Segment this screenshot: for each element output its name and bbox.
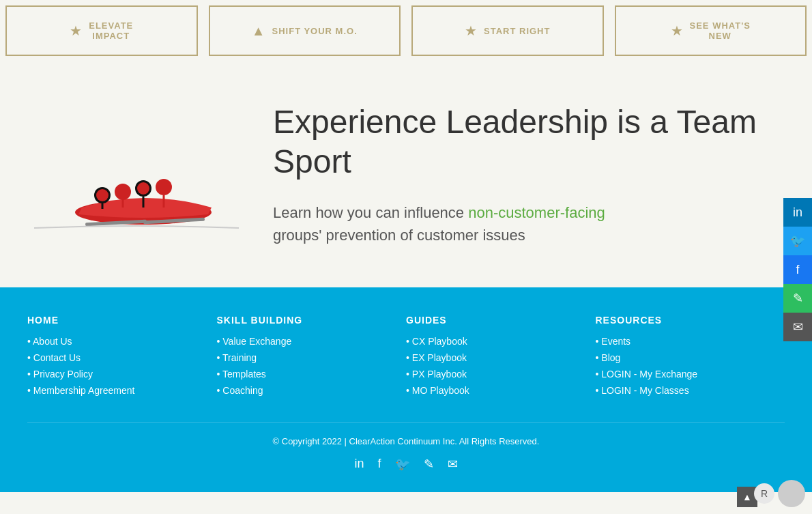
shift-label: SHIFT YOUR M.O.	[272, 26, 358, 36]
footer-link-login-exchange[interactable]: LOGIN - My Exchange	[596, 369, 772, 380]
middle-section: Experience Leadership is a Team Sport Le…	[0, 61, 812, 287]
start-right-button[interactable]: ★ START RIGHT	[411, 5, 604, 56]
svg-point-9	[156, 179, 172, 195]
revain-icon: R	[754, 483, 774, 504]
bobsled-illustration	[34, 106, 239, 243]
sub-text: Learn how you can influence non-customer…	[273, 201, 785, 246]
revain-widget[interactable]: R	[754, 480, 805, 507]
start-icon: ★	[465, 23, 477, 39]
footer-link-about-us[interactable]: About Us	[27, 336, 203, 347]
see-whats-new-button[interactable]: ★ SEE WHAT'SNEW	[615, 5, 807, 56]
footer-link-events[interactable]: Events	[596, 336, 772, 347]
footer-skill-title: SKILL BUILDING	[217, 315, 393, 326]
main-heading: Experience Leadership is a Team Sport	[273, 102, 785, 181]
sub-text-after: groups' prevention of customer issues	[273, 227, 525, 244]
svg-point-12	[137, 182, 149, 195]
footer-link-membership[interactable]: Membership Agreement	[27, 385, 203, 396]
evernote-social-button[interactable]: ✎	[783, 284, 812, 313]
see-icon: ★	[671, 23, 683, 39]
shift-icon: ▲	[252, 23, 265, 39]
footer-link-blog[interactable]: Blog	[596, 352, 772, 363]
footer-link-templates[interactable]: Templates	[217, 369, 393, 380]
footer-email-icon[interactable]: ✉	[448, 457, 458, 472]
footer-linkedin-icon[interactable]: in	[354, 457, 364, 472]
footer-facebook-icon[interactable]: f	[378, 457, 381, 472]
elevate-label: ELEVATEIMPACT	[89, 20, 133, 41]
footer-bottom: © Copyright 2022 | ClearAction Continuum…	[27, 422, 785, 472]
footer-twitter-icon[interactable]: 🐦	[395, 457, 410, 472]
twitter-social-button[interactable]: 🐦	[783, 227, 812, 255]
social-sidebar: in 🐦 f ✎ ✉	[783, 198, 812, 341]
footer-copyright: © Copyright 2022 | ClearAction Continuum…	[27, 436, 785, 446]
facebook-social-button[interactable]: f	[783, 255, 812, 284]
footer-col-skill: SKILL BUILDING Value Exchange Training T…	[217, 315, 407, 401]
top-buttons-section: ★ ELEVATEIMPACT ▲ SHIFT YOUR M.O. ★ STAR…	[0, 0, 812, 61]
footer-link-px-playbook[interactable]: PX Playbook	[406, 369, 582, 380]
start-label: START RIGHT	[484, 26, 550, 36]
footer-link-mo-playbook[interactable]: MO Playbook	[406, 385, 582, 396]
middle-content: Experience Leadership is a Team Sport Le…	[246, 102, 785, 246]
footer-link-cx-playbook[interactable]: CX Playbook	[406, 336, 582, 347]
footer-link-contact-us[interactable]: Contact Us	[27, 352, 203, 363]
footer-link-value-exchange[interactable]: Value Exchange	[217, 336, 393, 347]
svg-point-11	[96, 189, 108, 201]
elevate-impact-button[interactable]: ★ ELEVATEIMPACT	[5, 5, 198, 56]
svg-point-5	[115, 184, 131, 200]
bobsled-image-container	[27, 106, 246, 243]
footer-col-resources: RESOURCES Events Blog LOGIN - My Exchang…	[596, 315, 785, 401]
see-label: SEE WHAT'SNEW	[690, 20, 751, 41]
footer-link-login-classes[interactable]: LOGIN - My Classes	[596, 385, 772, 396]
elevate-icon: ★	[70, 23, 82, 39]
footer-link-training[interactable]: Training	[217, 352, 393, 363]
sub-text-highlight: non-customer-facing	[468, 204, 605, 221]
footer: HOME About Us Contact Us Privacy Policy …	[0, 287, 812, 492]
footer-guides-title: GUIDES	[406, 315, 582, 326]
footer-link-coaching[interactable]: Coaching	[217, 385, 393, 396]
footer-resources-title: RESOURCES	[596, 315, 772, 326]
footer-columns: HOME About Us Contact Us Privacy Policy …	[27, 315, 785, 401]
footer-link-privacy-policy[interactable]: Privacy Policy	[27, 369, 203, 380]
footer-col-guides: GUIDES CX Playbook EX Playbook PX Playbo…	[406, 315, 596, 401]
footer-home-title: HOME	[27, 315, 203, 326]
footer-col-home: HOME About Us Contact Us Privacy Policy …	[27, 315, 217, 401]
footer-social-icons: in f 🐦 ✎ ✉	[27, 457, 785, 472]
revain-avatar	[778, 480, 805, 507]
linkedin-social-button[interactable]: in	[783, 198, 812, 227]
footer-blogger-icon[interactable]: ✎	[424, 457, 434, 472]
sub-text-before: Learn how you can influence	[273, 204, 468, 221]
footer-link-ex-playbook[interactable]: EX Playbook	[406, 352, 582, 363]
email-social-button[interactable]: ✉	[783, 313, 812, 341]
shift-mo-button[interactable]: ▲ SHIFT YOUR M.O.	[209, 5, 401, 56]
